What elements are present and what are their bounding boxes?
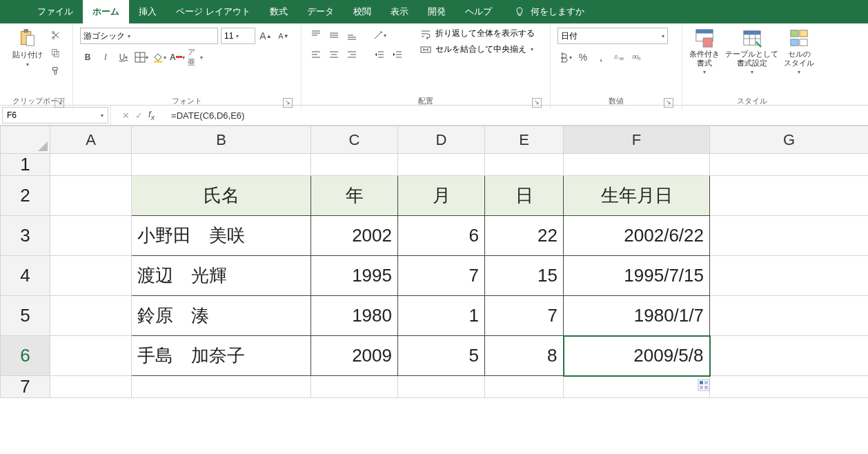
increase-font-button[interactable]: A▲ — [258, 28, 273, 43]
cell[interactable]: 5 — [398, 336, 485, 376]
cell[interactable] — [710, 376, 869, 398]
col-header-B[interactable]: B — [132, 126, 311, 154]
align-center-button[interactable] — [326, 47, 342, 62]
dialog-launcher-icon[interactable]: ↘ — [664, 98, 673, 108]
cell[interactable] — [485, 376, 564, 398]
dialog-launcher-icon[interactable]: ↘ — [283, 98, 293, 108]
cell[interactable]: 年 — [311, 176, 398, 216]
tab-home[interactable]: ホーム — [83, 0, 129, 23]
tab-file[interactable]: ファイル — [28, 0, 83, 23]
decrease-decimal-button[interactable]: .00.0 — [629, 50, 644, 65]
name-box[interactable]: F6 ▾ — [2, 107, 108, 124]
row-header-7[interactable]: 7 — [1, 376, 50, 398]
tab-help[interactable]: ヘルプ — [455, 0, 502, 23]
percent-button[interactable]: % — [575, 50, 591, 65]
cut-button[interactable] — [48, 28, 63, 43]
merge-center-button[interactable]: セルを結合して中央揃え ▾ — [420, 43, 535, 55]
comma-button[interactable]: , — [593, 50, 609, 65]
tell-me-search[interactable]: 何をしますか — [514, 0, 584, 23]
number-format-combo[interactable]: 日付▾ — [558, 28, 668, 44]
col-header-G[interactable]: G — [710, 126, 869, 154]
cell[interactable] — [311, 376, 398, 398]
cell[interactable] — [50, 216, 132, 256]
align-bottom-button[interactable] — [344, 28, 359, 43]
cell[interactable] — [50, 176, 132, 216]
cell[interactable]: 生年月日 — [564, 176, 710, 216]
cell[interactable] — [710, 154, 869, 176]
cell[interactable] — [132, 154, 311, 176]
tab-developer[interactable]: 開発 — [418, 0, 455, 23]
cell[interactable]: 日 — [485, 176, 564, 216]
col-header-A[interactable]: A — [50, 126, 132, 154]
row-header-4[interactable]: 4 — [1, 256, 50, 296]
copy-button[interactable] — [48, 46, 63, 61]
cell[interactable]: 渡辺 光輝 — [132, 256, 311, 296]
cell[interactable]: 2002 — [311, 216, 398, 256]
cell[interactable]: 月 — [398, 176, 485, 216]
col-header-C[interactable]: C — [311, 126, 398, 154]
cell[interactable]: 7 — [485, 296, 564, 336]
cell[interactable]: 手島 加奈子 — [132, 336, 311, 376]
fx-icon[interactable]: fx — [148, 109, 155, 121]
tab-formulas[interactable]: 数式 — [260, 0, 297, 23]
paste-button[interactable]: 貼り付け ▾ — [12, 28, 43, 68]
formula-input[interactable]: =DATE(C6,D6,E6) — [167, 110, 868, 121]
autofill-options-icon[interactable] — [698, 379, 710, 391]
font-name-combo[interactable]: 游ゴシック▾ — [80, 28, 218, 44]
cell[interactable]: 氏名 — [132, 176, 311, 216]
cell[interactable] — [50, 336, 132, 376]
cell-styles-button[interactable]: セルの スタイル▾ — [784, 28, 814, 75]
col-header-D[interactable]: D — [398, 126, 485, 154]
font-size-combo[interactable]: 11▾ — [221, 28, 255, 44]
tab-data[interactable]: データ — [297, 0, 344, 23]
cell[interactable]: 8 — [485, 336, 564, 376]
align-top-button[interactable] — [308, 28, 324, 43]
align-left-button[interactable] — [308, 47, 324, 62]
font-color-button[interactable]: A▾ — [170, 50, 185, 65]
cell[interactable] — [710, 176, 869, 216]
cell[interactable]: 7 — [398, 256, 485, 296]
dialog-launcher-icon[interactable]: ↘ — [532, 98, 542, 108]
cell[interactable] — [710, 296, 869, 336]
borders-button[interactable]: ▾ — [134, 50, 149, 65]
wrap-text-button[interactable]: 折り返して全体を表示する — [420, 28, 535, 39]
format-as-table-button[interactable]: テーブルとして 書式設定▾ — [725, 28, 778, 75]
row-header-3[interactable]: 3 — [1, 216, 50, 256]
select-all-corner[interactable] — [1, 126, 50, 154]
worksheet-grid[interactable]: A B C D E F G 1 2 氏名 年 月 日 生年月日 3 小野田 美咲… — [0, 126, 868, 398]
orientation-button[interactable]: ▾ — [372, 28, 387, 43]
tab-review[interactable]: 校閲 — [344, 0, 381, 23]
row-header-2[interactable]: 2 — [1, 176, 50, 216]
tab-insert[interactable]: 挿入 — [129, 0, 166, 23]
cell[interactable] — [50, 376, 132, 398]
col-header-F[interactable]: F — [564, 126, 710, 154]
decrease-indent-button[interactable] — [372, 47, 387, 62]
cell[interactable] — [485, 154, 564, 176]
cell[interactable]: 鈴原 湊 — [132, 296, 311, 336]
accounting-button[interactable]: ▾ — [558, 50, 573, 65]
cell[interactable]: 2009 — [311, 336, 398, 376]
cell[interactable]: 1980/1/7 — [564, 296, 710, 336]
enter-formula-button[interactable]: ✓ — [135, 110, 143, 121]
row-header-6[interactable]: 6 — [1, 336, 50, 376]
cell[interactable]: 6 — [398, 216, 485, 256]
cell[interactable] — [564, 154, 710, 176]
cell[interactable]: 15 — [485, 256, 564, 296]
dialog-launcher-icon[interactable]: ↘ — [55, 98, 64, 108]
italic-button[interactable]: I — [98, 50, 113, 65]
cell[interactable]: 1980 — [311, 296, 398, 336]
cell[interactable] — [50, 154, 132, 176]
increase-indent-button[interactable] — [390, 47, 405, 62]
cell[interactable] — [398, 154, 485, 176]
cell[interactable] — [311, 154, 398, 176]
fill-color-button[interactable]: ▾ — [152, 50, 167, 65]
tab-page-layout[interactable]: ページ レイアウト — [166, 0, 260, 23]
underline-button[interactable]: U ▾ — [116, 50, 131, 65]
cell[interactable]: 2002/6/22 — [564, 216, 710, 256]
cell[interactable] — [710, 256, 869, 296]
cell[interactable] — [564, 376, 710, 398]
cell[interactable] — [710, 216, 869, 256]
bold-button[interactable]: B — [80, 50, 95, 65]
row-header-5[interactable]: 5 — [1, 296, 50, 336]
col-header-E[interactable]: E — [485, 126, 564, 154]
